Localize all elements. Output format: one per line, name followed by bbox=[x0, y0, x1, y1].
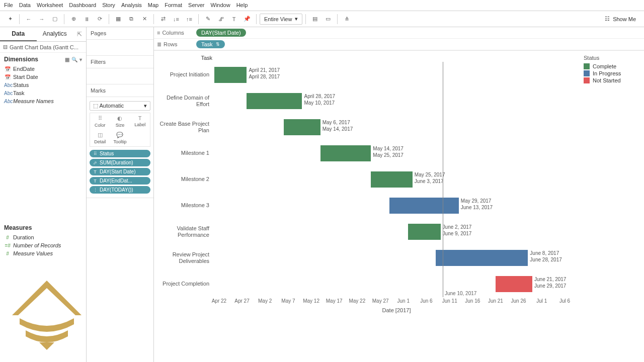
marks-label[interactable]: TLabel bbox=[130, 113, 150, 130]
menu-server[interactable]: Server bbox=[188, 2, 204, 9]
x-tick: May 27 bbox=[372, 298, 389, 304]
forward-icon[interactable]: → bbox=[36, 13, 48, 25]
x-tick: Jul 1 bbox=[536, 298, 547, 304]
menu-map[interactable]: Map bbox=[148, 2, 158, 9]
pages-shelf[interactable]: Pages bbox=[87, 27, 153, 40]
shelves-column: Pages Filters Marks ⬚ Automatic▾ ⠿Color … bbox=[87, 27, 154, 362]
presentation-icon[interactable]: ▭ bbox=[322, 13, 334, 25]
task-label: Review Project Deliverables bbox=[154, 251, 214, 264]
highlight-icon[interactable]: ✎ bbox=[202, 13, 214, 25]
menu-format[interactable]: Format bbox=[165, 2, 182, 9]
new-datasource-icon[interactable]: ⊕ bbox=[67, 13, 79, 25]
sort-asc-icon[interactable]: ↓≡ bbox=[170, 13, 182, 25]
watermark-logo bbox=[9, 278, 85, 353]
marks-detail[interactable]: ◫Detail bbox=[90, 130, 110, 146]
marks-type-dropdown[interactable]: ⬚ Automatic▾ bbox=[90, 101, 150, 111]
field-measure-values[interactable]: #Measure Values bbox=[2, 249, 84, 257]
filters-shelf[interactable]: Filters bbox=[87, 56, 153, 68]
bar-dates: June 8, 2017June 28, 2017 bbox=[530, 250, 561, 263]
cards-icon[interactable]: ▤ bbox=[309, 13, 321, 25]
task-label: Create Base Project Plan bbox=[154, 121, 214, 134]
menu-data[interactable]: Data bbox=[19, 2, 31, 9]
x-tick: Jun 6 bbox=[420, 298, 432, 304]
new-sheet-icon[interactable]: ▦ bbox=[112, 13, 124, 25]
save-icon[interactable]: ▢ bbox=[49, 13, 61, 25]
legend-swatch bbox=[584, 63, 590, 69]
field-number-of-records[interactable]: =#Number of Records bbox=[2, 241, 84, 249]
menubar: FileDataWorksheetDashboardStoryAnalysisM… bbox=[0, 0, 644, 11]
columns-icon: ≡ bbox=[157, 30, 160, 36]
marks-color[interactable]: ⠿Color bbox=[90, 113, 110, 130]
show-me-button[interactable]: ☷Show Me bbox=[601, 14, 640, 24]
gantt-bar[interactable] bbox=[371, 171, 413, 188]
datasource-item[interactable]: ⊟Gantt Chart Data (Gantt C... bbox=[0, 42, 86, 53]
x-tick: Apr 27 bbox=[234, 298, 249, 304]
menu-file[interactable]: File bbox=[4, 2, 13, 9]
refresh-icon[interactable]: ⟳ bbox=[94, 13, 106, 25]
bar-dates: May 14, 2017May 25, 2017 bbox=[373, 145, 404, 158]
x-tick: Apr 22 bbox=[212, 298, 226, 304]
gantt-bar[interactable] bbox=[408, 224, 440, 240]
gantt-chart[interactable]: Task Project InitiationApril 21, 2017Apr… bbox=[154, 51, 579, 362]
sort-desc-icon[interactable]: ↑≡ bbox=[183, 13, 195, 25]
field-type-icon: 📅 bbox=[4, 74, 11, 80]
gantt-bar[interactable] bbox=[389, 198, 459, 214]
pin-icon[interactable]: 📌 bbox=[241, 13, 253, 25]
gantt-bar[interactable] bbox=[496, 276, 532, 292]
fit-dropdown[interactable]: Entire View▾ bbox=[260, 14, 302, 25]
legend-title: Status bbox=[584, 55, 639, 61]
mark-pill[interactable]: TDAY(Start Date) bbox=[90, 168, 150, 175]
columns-pill[interactable]: DAY(Start Date) bbox=[196, 29, 246, 37]
gantt-bar[interactable] bbox=[214, 67, 247, 83]
back-icon[interactable]: ← bbox=[23, 13, 35, 25]
labels-icon[interactable]: T bbox=[228, 13, 240, 25]
pause-icon[interactable]: ⏸ bbox=[80, 13, 93, 25]
gantt-bar[interactable] bbox=[436, 250, 528, 266]
menu-icon[interactable]: ▾ bbox=[79, 57, 82, 62]
task-label: Define Domain of Effort bbox=[154, 95, 214, 108]
field-status[interactable]: AbcStatus bbox=[2, 81, 84, 89]
tableau-logo-icon[interactable]: ✦ bbox=[4, 13, 16, 25]
menu-story[interactable]: Story bbox=[102, 2, 115, 9]
find-icon[interactable]: 🔍 bbox=[71, 57, 77, 62]
chevron-down-icon: ▾ bbox=[144, 103, 147, 109]
x-tick: Jun 1 bbox=[397, 298, 410, 304]
field-duration[interactable]: #Duration bbox=[2, 233, 84, 241]
tab-analytics[interactable]: Analytics bbox=[37, 27, 73, 41]
legend-item[interactable]: Not Started bbox=[584, 77, 639, 84]
legend-item[interactable]: Complete bbox=[584, 63, 639, 70]
mark-pill[interactable]: ⠿Status bbox=[90, 150, 150, 157]
gantt-row: Milestone 2May 25, 2017June 3, 2017 bbox=[154, 166, 579, 193]
field-task[interactable]: AbcTask bbox=[2, 89, 84, 97]
rows-pill[interactable]: Task⇅ bbox=[196, 40, 225, 48]
marks-tooltip[interactable]: 💬Tooltip bbox=[110, 130, 130, 146]
menu-dashboard[interactable]: Dashboard bbox=[69, 2, 96, 9]
field-measure-names[interactable]: AbcMeasure Names bbox=[2, 97, 84, 105]
field-start-date[interactable]: 📅Start Date bbox=[2, 73, 84, 81]
gantt-bar[interactable] bbox=[247, 93, 302, 109]
gantt-bar[interactable] bbox=[320, 145, 371, 161]
sidebar-pin-icon[interactable]: ⇱ bbox=[73, 27, 86, 41]
menu-worksheet[interactable]: Worksheet bbox=[37, 2, 63, 9]
legend-item[interactable]: In Progress bbox=[584, 70, 639, 77]
tab-data[interactable]: Data bbox=[0, 27, 37, 41]
marks-size[interactable]: ◐Size bbox=[110, 113, 130, 130]
menu-window[interactable]: Window bbox=[211, 2, 230, 9]
duplicate-icon[interactable]: ⧉ bbox=[125, 13, 137, 25]
x-tick: Jun 21 bbox=[488, 298, 503, 304]
mark-pill[interactable]: ⋮DAY(TODAY()) bbox=[90, 186, 150, 194]
x-tick: Jun 11 bbox=[442, 298, 457, 304]
gantt-bar[interactable] bbox=[284, 119, 320, 135]
field-type-icon: 📅 bbox=[4, 66, 11, 72]
mark-pill[interactable]: ⬀SUM(Duration) bbox=[90, 159, 150, 166]
menu-help[interactable]: Help bbox=[236, 2, 248, 9]
group-icon[interactable]: 🖇 bbox=[215, 13, 227, 25]
view-as-icon[interactable]: ▦ bbox=[65, 57, 69, 62]
swap-icon[interactable]: ⇄ bbox=[157, 13, 169, 25]
clear-icon[interactable]: ✕ bbox=[138, 13, 150, 25]
mark-pill[interactable]: TDAY(EndDat... bbox=[90, 177, 150, 185]
menu-analysis[interactable]: Analysis bbox=[121, 2, 142, 9]
dimensions-heading: Dimensions bbox=[4, 56, 38, 63]
share-icon[interactable]: ⋔ bbox=[341, 13, 353, 25]
field-enddate[interactable]: 📅EndDate bbox=[2, 65, 84, 73]
